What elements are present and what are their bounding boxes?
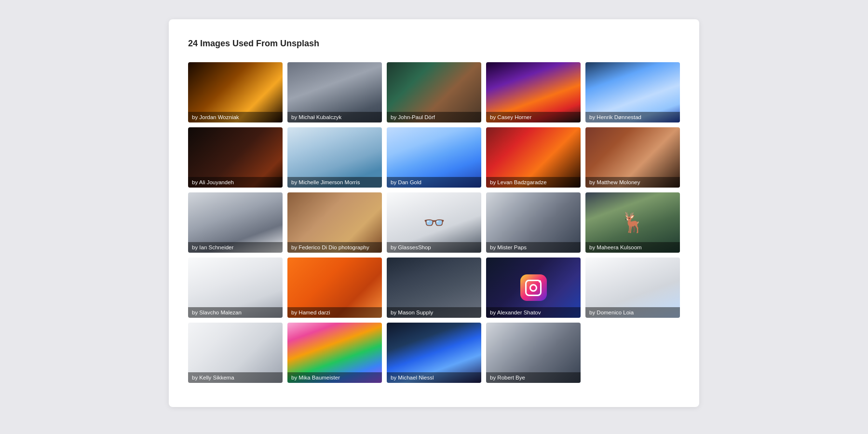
image-item[interactable]: by Mister Paps [486,192,581,253]
image-caption: by Mika Baumeister [287,372,382,383]
image-caption: by Jordan Wozniak [188,112,283,122]
image-item[interactable]: by John-Paul Dörf [387,62,481,122]
image-item[interactable]: by Mika Baumeister [287,323,382,383]
image-item[interactable]: by Michelle Jimerson Morris [287,127,382,188]
image-item[interactable]: by Levan Badzgaradze [486,127,581,188]
image-caption: by Mister Paps [486,242,581,253]
image-item[interactable]: by Ian Schneider [188,192,283,253]
image-item[interactable]: by Domenico Loia [585,258,680,318]
image-item[interactable]: by Alexander Shatov [486,258,581,318]
image-item[interactable]: by Casey Horner [486,62,581,122]
image-item[interactable]: by Henrik Dønnestad [585,62,680,122]
image-caption: by Michał Kubalczyk [287,112,382,122]
image-caption: by Federico Di Dio photography [287,242,382,253]
image-caption: by John-Paul Dörf [387,112,481,122]
image-caption: by Mason Supply [387,307,481,318]
image-item[interactable]: by Slavcho Malezan [188,258,283,318]
image-item[interactable]: 👓by GlassesShop [387,192,481,253]
image-item[interactable]: by Hamed darzi [287,258,382,318]
page-title: 24 Images Used From Unsplash [188,39,680,49]
image-caption: by Michelle Jimerson Morris [287,177,382,188]
image-caption: by Alexander Shatov [486,307,581,318]
image-caption: by Henrik Dønnestad [585,112,680,122]
image-item[interactable]: by Dan Gold [387,127,481,188]
image-caption: by Slavcho Malezan [188,307,283,318]
image-caption: by Ali Jouyandeh [188,177,283,188]
image-item[interactable]: by Matthew Moloney [585,127,680,188]
image-caption: by Matthew Moloney [585,177,680,188]
image-caption: by Dan Gold [387,177,481,188]
image-item[interactable]: by Ali Jouyandeh [188,127,283,188]
image-caption: by Maheera Kulsoom [585,242,680,253]
image-caption: by GlassesShop [387,242,481,253]
image-caption: by Casey Horner [486,112,581,122]
image-item[interactable]: by Michał Kubalczyk [287,62,382,122]
image-item[interactable]: by Robert Bye [486,323,581,383]
image-item[interactable]: by Kelly Sikkema [188,323,283,383]
image-item[interactable]: 🦌by Maheera Kulsoom [585,192,680,253]
image-caption: by Robert Bye [486,372,581,383]
image-item[interactable]: by Mason Supply [387,258,481,318]
image-caption: by Levan Badzgaradze [486,177,581,188]
image-caption: by Michael Niessl [387,372,481,383]
image-caption: by Ian Schneider [188,242,283,253]
image-caption: by Kelly Sikkema [188,372,283,383]
image-caption: by Hamed darzi [287,307,382,318]
image-caption: by Domenico Loia [585,307,680,318]
image-item[interactable]: by Michael Niessl [387,323,481,383]
image-grid: by Jordan Wozniakby Michał Kubalczykby J… [188,62,680,383]
image-item[interactable]: by Federico Di Dio photography [287,192,382,253]
image-item[interactable]: by Jordan Wozniak [188,62,283,122]
main-card: 24 Images Used From Unsplash by Jordan W… [169,19,699,407]
